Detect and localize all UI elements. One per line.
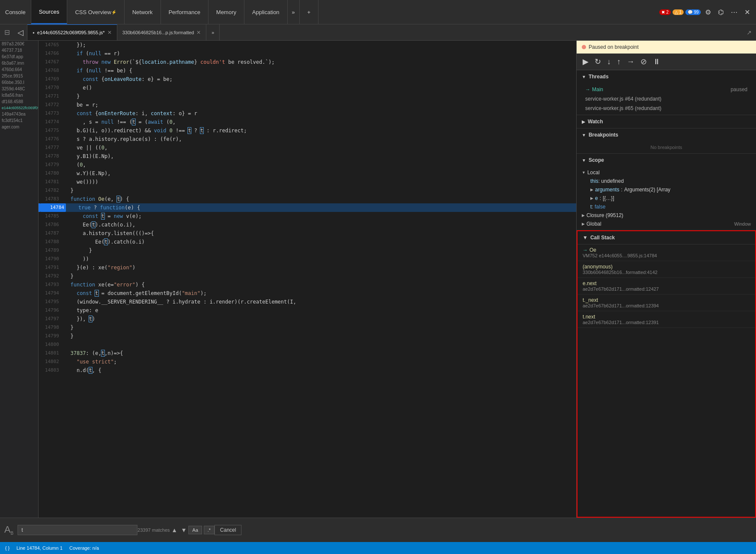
remote-devices-btn[interactable]: ⌬ [715, 6, 726, 18]
file-tab-2[interactable]: 330b60646825b16...p.js:formatted ✕ [117, 24, 207, 40]
call-stack-item-3[interactable]: t._next ae2d7e67b62d171...ormatted:12394 [577, 295, 755, 311]
file-tab-2-close[interactable]: ✕ [196, 30, 201, 36]
call-stack-item-1[interactable]: (anonymous) 330b60646825b16...formatted:… [577, 261, 755, 278]
code-line-14775: 14775 b.G)(i, o)).redirect) && void 0 !=… [39, 126, 576, 135]
more-tabs-btn[interactable]: » [288, 0, 300, 24]
scope-section: ▼ Scope ▼ Local this: undefined ▶ argume… [577, 154, 756, 230]
code-line-14790: 14790 )) [39, 255, 576, 263]
threads-content: → Main paused service-worker.js #64 (red… [577, 83, 756, 115]
side-back-btn[interactable]: ◁ [14, 24, 27, 40]
code-line-14771: 14771 } [39, 92, 576, 101]
tab-application[interactable]: Application [244, 0, 288, 24]
thread-main[interactable]: → Main paused [577, 85, 756, 94]
gutter-item: 66bbe.350.I [0, 79, 38, 86]
code-line-14789: 14789 } [39, 246, 576, 255]
threads-header[interactable]: ▼ Threads [577, 70, 756, 83]
code-line-14787: 14787 a.history.listen((()=>{ [39, 229, 576, 238]
code-line-14772: 14772 be = r; [39, 101, 576, 109]
tab-sources[interactable]: Sources [31, 0, 68, 24]
scope-local-triangle-icon: ▼ [582, 170, 586, 175]
sidebar-toggle-btn[interactable]: ⊟ [0, 28, 14, 36]
call-stack-section: ▼ Call Stack → Oe VM752 e144c6055....985… [577, 230, 756, 518]
watch-header[interactable]: ▶ Watch [577, 115, 756, 128]
gutter-item: df168.4588 [0, 98, 38, 105]
scope-e[interactable]: ▶ e: [{…}] [577, 194, 756, 203]
gutter-item: e144c605522fc069f095.985 [0, 105, 38, 111]
main-content: 897a3.260€ 46737.718 6e37df.app 6b3a67.i… [0, 41, 756, 518]
breakpoint-indicator [582, 45, 586, 49]
gutter-item: 6e37df.app [0, 54, 38, 60]
code-line-14796: 14796 type: e [39, 306, 576, 315]
scope-global-group[interactable]: ▶ Global Window [577, 220, 756, 228]
breakpoints-header[interactable]: ▼ Breakpoints [577, 128, 756, 141]
file-tree: 897a3.260€ 46737.718 6e37df.app 6b3a67.i… [0, 41, 39, 518]
code-line-14799: 14799 } [39, 332, 576, 340]
scope-local-group[interactable]: ▼ Local [577, 168, 756, 177]
close-devtools-btn[interactable]: ✕ [742, 6, 753, 18]
scope-global-triangle-icon: ▶ [582, 222, 585, 226]
file-tab-1[interactable]: ● e144c605522fc069f095.9855.js* ✕ [27, 24, 117, 40]
warning-badge: △ 1 [673, 9, 684, 15]
top-nav: Console Sources CSS Overview ⚡ Network P… [0, 0, 756, 24]
pretty-print-btn[interactable]: { } [5, 545, 9, 551]
scope-triangle-icon: ▼ [582, 158, 586, 163]
scope-closure-group[interactable]: ▶ Closure (99512) [577, 211, 756, 220]
case-sensitive-btn[interactable]: Aa [188, 526, 202, 534]
regex-btn[interactable]: .* [204, 526, 214, 534]
scope-this: this: undefined [577, 177, 756, 185]
scope-e-expand-icon: ▶ [590, 196, 593, 200]
deactivate-breakpoints-btn[interactable]: ⊘ [638, 55, 649, 68]
call-stack-item-0[interactable]: → Oe VM752 e144c6055....9855.js:14784 [577, 244, 755, 261]
tab-performance[interactable]: Performance [161, 0, 208, 24]
scope-arguments-expand-icon: ▶ [590, 188, 593, 192]
tab-console[interactable]: Console [0, 0, 31, 24]
add-tab-btn[interactable]: + [300, 0, 319, 24]
search-bar: AB 23397 matches ▲ ▼ Aa .* Cancel [0, 518, 756, 542]
gutter-item: 4760d.664 [0, 66, 38, 73]
search-options: Aa .* [188, 526, 214, 534]
navigate-to-file-btn[interactable]: ↗ [742, 29, 756, 36]
settings-btn[interactable]: ⚙ [702, 6, 714, 18]
step-over-btn[interactable]: ↻ [592, 55, 604, 68]
call-stack-header[interactable]: ▼ Call Stack [577, 231, 755, 244]
more-tools-btn[interactable]: ⋯ [728, 6, 740, 18]
file-tab-1-close[interactable]: ✕ [107, 30, 112, 36]
scope-arguments[interactable]: ▶ arguments: Arguments(2) [Array [577, 185, 756, 194]
call-stack-item-4[interactable]: t.next ae2d7e67b62d171...ormatted:12391 [577, 311, 755, 328]
tab-memory[interactable]: Memory [208, 0, 244, 24]
search-input[interactable] [18, 525, 137, 535]
status-bar: { } Line 14784, Column 1 Coverage: n/a [0, 542, 756, 554]
code-line-14786: 14786 Ee(t).catch(o.i), [39, 220, 576, 229]
code-line-14791: 14791 }(e) : xe("region") [39, 263, 576, 272]
resume-btn[interactable]: ▶ [580, 55, 591, 68]
code-line-14767: 14767 throw new Error(`${location.pathna… [39, 58, 576, 66]
code-line-14783: 14783 function Oe(e, t) { [39, 195, 576, 203]
step-btn[interactable]: → [624, 56, 637, 68]
code-line-14776: 14776 s ? a.history.replace(s) : (fe(r), [39, 135, 576, 143]
breakpoints-section: ▼ Breakpoints No breakpoints [577, 128, 756, 154]
search-next-btn[interactable]: ▼ [179, 525, 188, 535]
gutter-item: 897a3.260€ [0, 41, 38, 47]
search-cancel-btn[interactable]: Cancel [214, 525, 241, 535]
scope-header[interactable]: ▼ Scope [577, 154, 756, 167]
code-line-14798: 14798 } [39, 323, 576, 332]
code-editor[interactable]: 14765 }); 14766 if (null == r) 14767 thr… [39, 41, 576, 518]
call-stack-item-2[interactable]: e.next ae2d7e67b62d171...ormatted:12427 [577, 278, 755, 295]
code-line-14768: 14768 if (null !== be) { [39, 66, 576, 75]
tab-network[interactable]: Network [125, 0, 161, 24]
gutter-item: lc8a56.fran [0, 92, 38, 98]
thread-main-arrow-icon: → [585, 86, 590, 92]
search-prev-btn[interactable]: ▲ [170, 525, 179, 535]
code-line-14802: 14802 "use strict"; [39, 357, 576, 366]
step-out-btn[interactable]: ↑ [614, 56, 623, 68]
code-line-14777: 14777 ve || ((0, [39, 143, 576, 152]
coverage-status: Coverage: n/a [69, 545, 99, 551]
pause-exceptions-btn[interactable]: ⏸ [650, 56, 663, 68]
tab-css-overview[interactable]: CSS Overview ⚡ [67, 0, 125, 24]
more-file-tabs-btn[interactable]: » [206, 24, 220, 40]
thread-sw-64[interactable]: service-worker.js #64 (redundant) [577, 94, 756, 104]
scope-content: ▼ Local this: undefined ▶ arguments: Arg… [577, 167, 756, 230]
thread-sw-65[interactable]: service-worker.js #65 (redundant) [577, 104, 756, 113]
call-stack-triangle-icon: ▼ [583, 235, 588, 241]
step-into-btn[interactable]: ↓ [604, 56, 613, 68]
